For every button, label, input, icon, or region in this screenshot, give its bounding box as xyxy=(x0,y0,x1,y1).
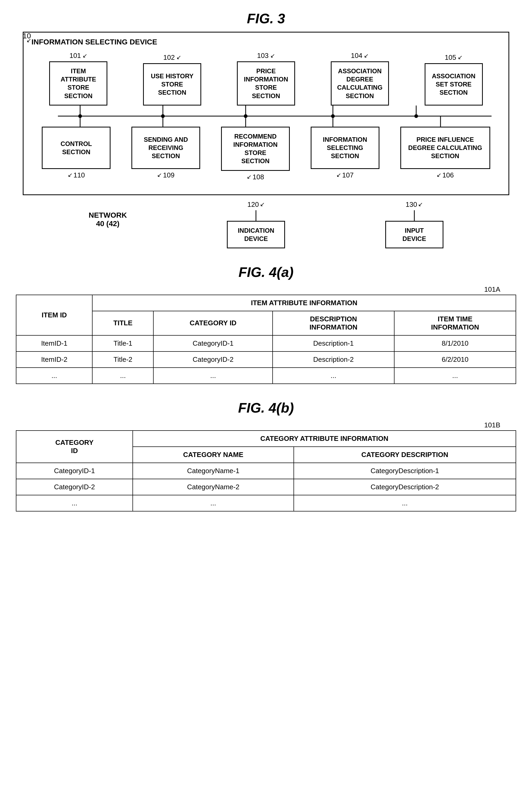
fig4b-cell-desc-1: CategoryDescription-1 xyxy=(294,463,516,479)
network-area: NETWORK 40 (42) xyxy=(89,203,127,228)
ref-130: 130 xyxy=(406,201,417,209)
fig4a-row-1: ItemID-1 Title-1 CategoryID-1 Descriptio… xyxy=(16,336,516,351)
block-102-wrap: 102 ↙ USE HISTORY STORE SECTION xyxy=(143,53,201,106)
fig4a-cell-id-1: ItemID-1 xyxy=(16,336,92,351)
fig3-section: FIG. 3 10 ↙ INFORMATION SELECTING DEVICE… xyxy=(16,10,516,248)
ref-104: 104 xyxy=(351,51,362,60)
block-110-wrap: CONTROL SECTION ↙ 110 xyxy=(42,127,111,179)
fig4a-cell-ellipsis-0: ... xyxy=(16,368,92,384)
ref-102: 102 xyxy=(163,53,175,62)
fig4a-col-group: ITEM ATTRIBUTE INFORMATION xyxy=(92,295,516,311)
network-label: NETWORK 40 (42) xyxy=(89,211,127,228)
fig4a-col-catid: CATEGORY ID xyxy=(153,311,273,336)
block-recommend-info: RECOMMEND INFORMATION STORE SECTION xyxy=(221,127,290,171)
fig4b-title: FIG. 4(b) xyxy=(16,400,516,416)
fig4a-cell-title-2: Title-2 xyxy=(92,351,153,368)
fig4a-cell-ellipsis-2: ... xyxy=(153,368,273,384)
block-control: CONTROL SECTION xyxy=(42,127,111,169)
block-input-device: INPUT DEVICE xyxy=(385,221,443,248)
fig4a-cell-ellipsis-1: ... xyxy=(92,368,153,384)
fig4a-cell-title-1: Title-1 xyxy=(92,336,153,351)
fig4a-cell-id-2: ItemID-2 xyxy=(16,351,92,368)
fig4b-cell-id-1: CategoryID-1 xyxy=(16,463,133,479)
block-105-wrap: 105 ↙ ASSOCIATION SET STORE SECTION xyxy=(425,53,483,106)
fig4b-cell-ellipsis-2: ... xyxy=(294,495,516,511)
bus-line-area xyxy=(31,106,501,127)
fig4b-row-2: CategoryID-2 CategoryName-2 CategoryDesc… xyxy=(16,479,516,495)
fig4a-col-desc: DESCRIPTION INFORMATION xyxy=(273,311,394,336)
block-107-wrap: INFORMATION SELECTING SECTION ↙ 107 xyxy=(311,127,379,179)
fig4b-row-1: CategoryID-1 CategoryName-1 CategoryDesc… xyxy=(16,463,516,479)
ref-105: 105 xyxy=(445,53,456,62)
fig4a-row-2: ItemID-2 Title-2 CategoryID-2 Descriptio… xyxy=(16,351,516,368)
block-indication-device: INDICATION DEVICE xyxy=(227,221,285,248)
fig4a-cell-time-1: 8/1/2010 xyxy=(394,336,516,351)
fig4a-cell-catid-1: CategoryID-1 xyxy=(153,336,273,351)
fig4a-row-ellipsis: ... ... ... ... ... xyxy=(16,368,516,384)
fig3-title: FIG. 3 xyxy=(16,10,516,26)
fig4a-cell-catid-2: CategoryID-2 xyxy=(153,351,273,368)
fig4b-section: FIG. 4(b) 101B CATEGORY ID CATEGORY ATTR… xyxy=(16,400,516,511)
fig4b-col-name: CATEGORY NAME xyxy=(133,447,294,463)
input-line xyxy=(414,210,415,221)
block-assoc-degree: ASSOCIATION DEGREE CALCULATING SECTION xyxy=(331,61,389,106)
fig4a-cell-desc-1: Description-1 xyxy=(273,336,394,351)
block-price-influence: PRICE INFLUENCE DEGREE CALCULATING SECTI… xyxy=(400,127,490,169)
fig4b-cell-ellipsis-1: ... xyxy=(133,495,294,511)
block-price-info: PRICE INFORMATION STORE SECTION xyxy=(237,61,295,106)
device-box: INFORMATION SELECTING DEVICE 101 ↙ ITEM … xyxy=(23,32,509,195)
ref-101: 101 xyxy=(70,51,81,60)
input-device-wrap: 130 ↙ INPUT DEVICE xyxy=(385,201,443,248)
fig4a-title: FIG. 4(a) xyxy=(16,264,516,280)
device-label: INFORMATION SELECTING DEVICE xyxy=(31,38,501,46)
block-item-attribute: ITEM ATTRIBUTE STORE SECTION xyxy=(49,61,107,106)
fig4b-table: CATEGORY ID CATEGORY ATTRIBUTE INFORMATI… xyxy=(16,430,516,511)
fig4b-cell-name-1: CategoryName-1 xyxy=(133,463,294,479)
indication-line xyxy=(255,210,256,221)
fig4b-col-catid: CATEGORY ID xyxy=(16,431,133,463)
ref-106: 106 xyxy=(442,171,454,179)
fig4b-col-desc: CATEGORY DESCRIPTION xyxy=(294,447,516,463)
block-108-wrap: RECOMMEND INFORMATION STORE SECTION ↙ 10… xyxy=(221,127,290,181)
block-109-wrap: SENDING AND RECEIVING SECTION ↙ 109 xyxy=(132,127,200,179)
svg-point-10 xyxy=(414,114,418,118)
fig4a-cell-time-2: 6/2/2010 xyxy=(394,351,516,368)
bus-svg xyxy=(31,106,501,127)
fig4b-col-group: CATEGORY ATTRIBUTE INFORMATION xyxy=(133,431,516,447)
fig4b-cell-ellipsis-0: ... xyxy=(16,495,133,511)
block-106-wrap: PRICE INFLUENCE DEGREE CALCULATING SECTI… xyxy=(400,127,490,179)
indication-device-wrap: 120 ↙ INDICATION DEVICE xyxy=(227,201,285,248)
fig4b-row-ellipsis: ... ... ... xyxy=(16,495,516,511)
fig4a-cell-ellipsis-3: ... xyxy=(273,368,394,384)
fig4a-table: ITEM ID ITEM ATTRIBUTE INFORMATION TITLE… xyxy=(16,295,516,384)
fig4a-col-itemid: ITEM ID xyxy=(16,295,92,336)
top-blocks-row: 101 ↙ ITEM ATTRIBUTE STORE SECTION 102 ↙… xyxy=(31,51,501,106)
fig4b-cell-name-2: CategoryName-2 xyxy=(133,479,294,495)
block-sending-receiving: SENDING AND RECEIVING SECTION xyxy=(132,127,200,169)
fig4a-cell-ellipsis-4: ... xyxy=(394,368,516,384)
fig4b-cell-id-2: CategoryID-2 xyxy=(16,479,133,495)
ref-120: 120 xyxy=(248,201,259,209)
ref-109: 109 xyxy=(163,171,174,179)
fig4a-cell-desc-2: Description-2 xyxy=(273,351,394,368)
fig4b-ref: 101B xyxy=(16,421,500,429)
fig4a-section: FIG. 4(a) 101A ITEM ID ITEM ATTRIBUTE IN… xyxy=(16,264,516,384)
block-103-wrap: 103 ↙ PRICE INFORMATION STORE SECTION xyxy=(237,51,295,106)
ref-108: 108 xyxy=(253,173,264,181)
fig4a-col-time: ITEM TIME INFORMATION xyxy=(394,311,516,336)
fig4a-col-title: TITLE xyxy=(92,311,153,336)
ref-103: 103 xyxy=(257,51,269,60)
block-info-selecting: INFORMATION SELECTING SECTION xyxy=(311,127,379,169)
block-assoc-set: ASSOCIATION SET STORE SECTION xyxy=(425,63,483,106)
bottom-blocks-row: CONTROL SECTION ↙ 110 SENDING AND RECEIV… xyxy=(31,127,501,181)
block-104-wrap: 104 ↙ ASSOCIATION DEGREE CALCULATING SEC… xyxy=(331,51,389,106)
block-101-wrap: 101 ↙ ITEM ATTRIBUTE STORE SECTION xyxy=(49,51,107,106)
ref-107: 107 xyxy=(342,171,353,179)
block-use-history: USE HISTORY STORE SECTION xyxy=(143,63,201,106)
fig4b-cell-desc-2: CategoryDescription-2 xyxy=(294,479,516,495)
ref-110: 110 xyxy=(73,171,85,179)
fig4a-ref: 101A xyxy=(16,285,500,294)
